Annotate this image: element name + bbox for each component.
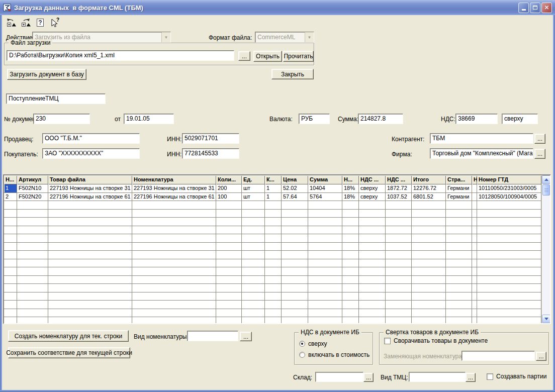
file-path-input[interactable]: D:\Работа\Выгрузки\Копия xml5_1.xml: [7, 50, 234, 61]
table-cell[interactable]: [412, 284, 446, 292]
table-cell[interactable]: [477, 284, 541, 292]
table-cell[interactable]: [359, 210, 386, 218]
table-cell[interactable]: 6801.52: [412, 193, 446, 202]
table-cell[interactable]: [132, 276, 216, 284]
table-cell[interactable]: [48, 309, 132, 318]
table-cell[interactable]: [48, 259, 132, 268]
table-cell[interactable]: [446, 276, 472, 284]
table-row[interactable]: [4, 309, 541, 318]
table-cell[interactable]: [48, 234, 132, 243]
table-cell[interactable]: [4, 243, 17, 251]
table-cell[interactable]: [265, 226, 282, 235]
table-cell[interactable]: [282, 309, 308, 318]
table-row[interactable]: [4, 276, 541, 284]
table-cell[interactable]: [265, 276, 282, 284]
table-cell[interactable]: [216, 309, 242, 318]
table-cell[interactable]: [132, 226, 216, 235]
table-cell[interactable]: [265, 267, 282, 276]
save-match-button[interactable]: Сохранить соответствие для текущей строк…: [8, 347, 130, 358]
create-parties-checkbox[interactable]: Создавать партии: [487, 373, 546, 380]
table-cell[interactable]: [48, 201, 132, 210]
table-cell[interactable]: [446, 251, 472, 259]
table-cell[interactable]: [386, 292, 412, 301]
table-cell[interactable]: [242, 251, 265, 259]
table-cell[interactable]: [308, 259, 342, 268]
table-cell[interactable]: [48, 218, 132, 226]
table-cell[interactable]: [359, 201, 386, 210]
radio-vat-top[interactable]: сверху: [299, 340, 327, 347]
table-cell[interactable]: [446, 317, 472, 323]
table-cell[interactable]: [242, 301, 265, 309]
column-header[interactable]: Н...: [342, 175, 359, 184]
column-header[interactable]: Ед.: [242, 175, 265, 184]
table-cell[interactable]: [308, 276, 342, 284]
table-cell[interactable]: [282, 251, 308, 259]
table-cell[interactable]: F502N20: [17, 193, 48, 202]
column-header[interactable]: Коли...: [216, 175, 242, 184]
save-settings-icon[interactable]: [20, 17, 31, 28]
table-cell[interactable]: [4, 267, 17, 276]
table-cell[interactable]: [48, 210, 132, 218]
warehouse-input[interactable]: [315, 372, 363, 382]
table-row[interactable]: [4, 251, 541, 259]
table-cell[interactable]: [308, 317, 342, 323]
table-cell[interactable]: [282, 201, 308, 210]
table-cell[interactable]: [282, 259, 308, 268]
table-cell[interactable]: [342, 309, 359, 318]
column-header[interactable]: Стра...: [446, 175, 472, 184]
table-cell[interactable]: [342, 210, 359, 218]
table-cell[interactable]: [242, 218, 265, 226]
create-nomenclature-button[interactable]: Создать номенклатуру для тек. строки: [8, 330, 129, 342]
table-cell[interactable]: [282, 218, 308, 226]
table-cell[interactable]: [342, 276, 359, 284]
table-cell[interactable]: [132, 251, 216, 259]
table-cell[interactable]: [477, 276, 541, 284]
table-cell[interactable]: [216, 267, 242, 276]
vertical-scrollbar[interactable]: [541, 175, 550, 323]
table-cell[interactable]: F502N10: [17, 184, 48, 193]
table-cell[interactable]: сверху: [359, 193, 386, 202]
table-cell[interactable]: [265, 210, 282, 218]
table-cell[interactable]: [17, 210, 48, 218]
column-header[interactable]: Итого: [412, 175, 446, 184]
table-cell[interactable]: [282, 267, 308, 276]
table-cell[interactable]: [386, 226, 412, 235]
table-cell[interactable]: 1872.72: [386, 184, 412, 193]
column-header[interactable]: НДС ...: [359, 175, 386, 184]
doc-type-field[interactable]: ПоступлениеТМЦ: [6, 93, 106, 104]
table-cell[interactable]: [412, 317, 446, 323]
table-cell[interactable]: [216, 292, 242, 301]
table-cell[interactable]: [342, 267, 359, 276]
table-row[interactable]: [4, 201, 541, 210]
table-cell[interactable]: [359, 251, 386, 259]
table-cell[interactable]: [242, 276, 265, 284]
table-cell[interactable]: 227196 Ножницы на створке 61: [48, 193, 132, 202]
table-cell[interactable]: [359, 259, 386, 268]
table-cell[interactable]: [477, 243, 541, 251]
table-cell[interactable]: [17, 201, 48, 210]
table-cell[interactable]: [359, 317, 386, 323]
table-cell[interactable]: [412, 309, 446, 318]
table-cell[interactable]: [4, 284, 17, 292]
table-cell[interactable]: [282, 292, 308, 301]
table-row[interactable]: 2F502N20227196 Ножницы на створке 612271…: [4, 193, 541, 202]
table-cell[interactable]: [242, 243, 265, 251]
table-cell[interactable]: [359, 301, 386, 309]
table-cell[interactable]: [446, 284, 472, 292]
table-cell[interactable]: [17, 259, 48, 268]
table-row[interactable]: 1F502N10227193 Ножницы на створке 312271…: [4, 184, 541, 193]
table-cell[interactable]: 227193 Ножницы на створке 31: [48, 184, 132, 193]
table-cell[interactable]: [386, 276, 412, 284]
table-cell[interactable]: [342, 292, 359, 301]
replace-nomenclature-input[interactable]: [461, 351, 535, 361]
table-cell[interactable]: [472, 292, 477, 301]
table-cell[interactable]: [472, 184, 477, 193]
table-cell[interactable]: [412, 201, 446, 210]
format-select[interactable]: CommerceML ▼: [255, 32, 314, 43]
table-cell[interactable]: [342, 284, 359, 292]
table-cell[interactable]: [216, 218, 242, 226]
table-cell[interactable]: [216, 251, 242, 259]
table-row[interactable]: [4, 218, 541, 226]
table-cell[interactable]: [132, 259, 216, 268]
table-cell[interactable]: 10404: [308, 184, 342, 193]
